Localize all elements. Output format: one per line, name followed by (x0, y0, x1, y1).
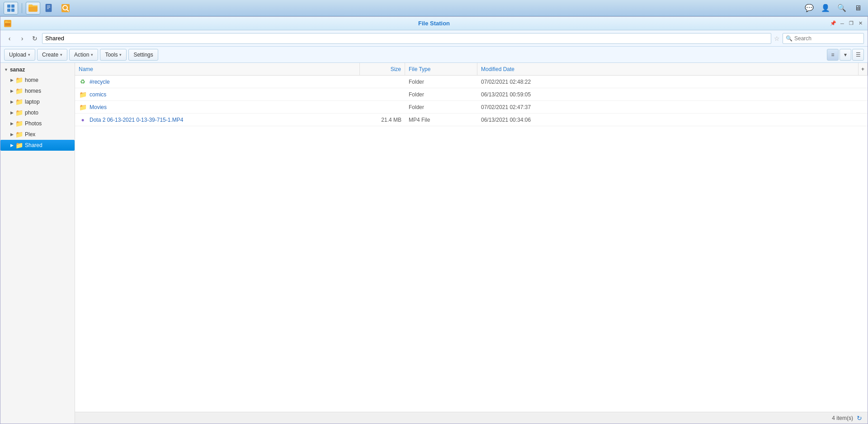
folder-icon: 📁 (79, 91, 87, 98)
address-input[interactable] (42, 33, 771, 44)
file-list-header: Name Size File Type Modified Date + (75, 63, 868, 76)
text-editor-taskbar-icon[interactable] (42, 2, 57, 14)
create-button[interactable]: Create ▾ (37, 49, 67, 61)
titlebar-app-icon (4, 20, 11, 27)
sidebar-item-homes[interactable]: ▶ 📁 homes (0, 86, 75, 96)
file-area: Name Size File Type Modified Date + (75, 63, 868, 424)
minimize-button[interactable]: ─ (839, 20, 846, 27)
sidebar-item-label-homes: homes (25, 88, 41, 94)
view-buttons: ≡ ▾ ☰ (827, 49, 864, 61)
sidebar-item-label-shared: Shared (25, 142, 42, 148)
action-button[interactable]: Action ▾ (69, 49, 98, 61)
mp4-icon: ● (79, 117, 87, 123)
upload-button[interactable]: Upload ▾ (4, 49, 35, 61)
sidebar-item-laptop[interactable]: ▶ 📁 laptop (0, 96, 75, 107)
upload-label: Upload (9, 52, 26, 58)
sidebar-item-photos[interactable]: ▶ 📁 Photos (0, 118, 75, 129)
taskbar-divider (22, 3, 22, 13)
window-title: File Station (418, 20, 450, 27)
file-type-comics: Folder (405, 88, 477, 100)
sidebar: ▼ sanaz ▶ 📁 home ▶ 📁 homes ▶ 📁 laptop ▶ … (0, 63, 75, 424)
titlebar-controls: 📌 ─ ❐ ✕ (830, 20, 864, 27)
apps-taskbar-icon[interactable] (4, 2, 18, 14)
tools-label: Tools (105, 52, 118, 58)
svg-rect-1 (11, 5, 14, 8)
file-type-dota2: MP4 File (405, 114, 477, 126)
file-modified-dota2: 06/13/2021 00:34:06 (477, 114, 868, 126)
file-modified-comics: 06/13/2021 00:59:05 (477, 88, 868, 100)
settings-label: Settings (133, 52, 153, 58)
taskbar-icons (4, 2, 73, 14)
favorite-button[interactable]: ☆ (773, 34, 781, 43)
sidebar-item-plex[interactable]: ▶ 📁 Plex (0, 129, 75, 140)
homes-folder-icon: 📁 (15, 87, 23, 95)
file-list: ♻ #recycle Folder 07/02/2021 02:48:22 (75, 76, 868, 412)
svg-rect-2 (7, 9, 10, 12)
col-header-name[interactable]: Name (75, 63, 360, 75)
col-header-file-type[interactable]: File Type (405, 63, 477, 75)
file-name-recycle: ♻ #recycle (75, 76, 360, 88)
sidebar-item-photo[interactable]: ▶ 📁 photo (0, 107, 75, 118)
col-header-extra[interactable]: + (859, 63, 868, 75)
monitor-icon[interactable]: 🖥 (852, 2, 864, 14)
photos-chevron-icon: ▶ (10, 121, 14, 126)
photo-folder-icon: 📁 (15, 109, 23, 116)
sidebar-item-home[interactable]: ▶ 📁 home (0, 75, 75, 86)
col-header-modified[interactable]: Modified Date (477, 63, 859, 75)
file-type-movies: Folder (405, 101, 477, 113)
list-view-button[interactable]: ≡ (827, 49, 839, 61)
file-name-dota2: ● Dota 2 06-13-2021 0-13-39-715-1.MP4 (75, 114, 360, 126)
user-icon[interactable]: 👤 (819, 2, 832, 14)
sidebar-item-label-photos: Photos (25, 120, 42, 127)
home-folder-icon: 📁 (15, 76, 23, 84)
window-icon (4, 20, 11, 27)
photos-folder-icon: 📁 (15, 120, 23, 127)
sidebar-item-label-plex: Plex (25, 131, 35, 138)
sidebar-item-label-home: home (25, 77, 38, 83)
shared-folder-icon: 📁 (15, 142, 23, 149)
recycle-icon: ♻ (79, 78, 87, 85)
chat-icon[interactable]: 💬 (803, 2, 816, 14)
upload-chevron: ▾ (28, 52, 30, 57)
file-size-comics (360, 88, 405, 100)
folder-icon: 📁 (79, 104, 87, 111)
forward-button[interactable]: › (17, 33, 28, 44)
table-row[interactable]: ♻ #recycle Folder 07/02/2021 02:48:22 (75, 76, 868, 88)
svg-rect-3 (11, 9, 14, 12)
view-dropdown-button[interactable]: ▾ (840, 49, 851, 61)
sidebar-root[interactable]: ▼ sanaz (0, 65, 75, 75)
tools-button[interactable]: Tools ▾ (100, 49, 127, 61)
action-chevron: ▾ (91, 52, 93, 57)
table-row[interactable]: 📁 Movies Folder 07/02/2021 02:47:37 (75, 101, 868, 114)
file-station-taskbar-icon[interactable] (26, 2, 40, 14)
refresh-button[interactable]: ↻ (29, 33, 40, 44)
sidebar-item-label-laptop: laptop (25, 99, 40, 105)
file-modified-recycle: 07/02/2021 02:48:22 (477, 76, 868, 88)
settings-button[interactable]: Settings (128, 49, 158, 61)
search-box: 🔍 (783, 33, 864, 44)
restore-button[interactable]: ❐ (848, 20, 855, 27)
file-name-comics: 📁 comics (75, 88, 360, 100)
status-refresh-button[interactable]: ↻ (857, 414, 862, 422)
toolbar: Upload ▾ Create ▾ Action ▾ Tools ▾ Setti… (0, 47, 868, 63)
action-label: Action (74, 52, 89, 58)
col-header-size[interactable]: Size (360, 63, 405, 75)
search-global-icon[interactable]: 🔍 (835, 2, 848, 14)
back-button[interactable]: ‹ (4, 33, 15, 44)
laptop-chevron-icon: ▶ (10, 100, 14, 104)
table-row[interactable]: ● Dota 2 06-13-2021 0-13-39-715-1.MP4 21… (75, 114, 868, 126)
svg-rect-0 (7, 5, 10, 8)
file-size-dota2: 21.4 MB (360, 114, 405, 126)
search-taskbar-icon[interactable] (58, 2, 73, 14)
sidebar-item-shared[interactable]: ▶ 📁 Shared (0, 140, 75, 151)
titlebar: File Station 📌 ─ ❐ ✕ (0, 17, 868, 30)
status-bar: 4 item(s) ↻ (75, 412, 868, 424)
table-row[interactable]: 📁 comics Folder 06/13/2021 00:59:05 (75, 88, 868, 101)
search-input[interactable] (794, 35, 862, 42)
pin-button[interactable]: 📌 (830, 20, 837, 27)
file-type-recycle: Folder (405, 76, 477, 88)
create-chevron: ▾ (60, 52, 62, 57)
detail-view-button[interactable]: ☰ (852, 49, 864, 61)
svg-rect-5 (46, 4, 52, 12)
close-button[interactable]: ✕ (857, 20, 864, 27)
